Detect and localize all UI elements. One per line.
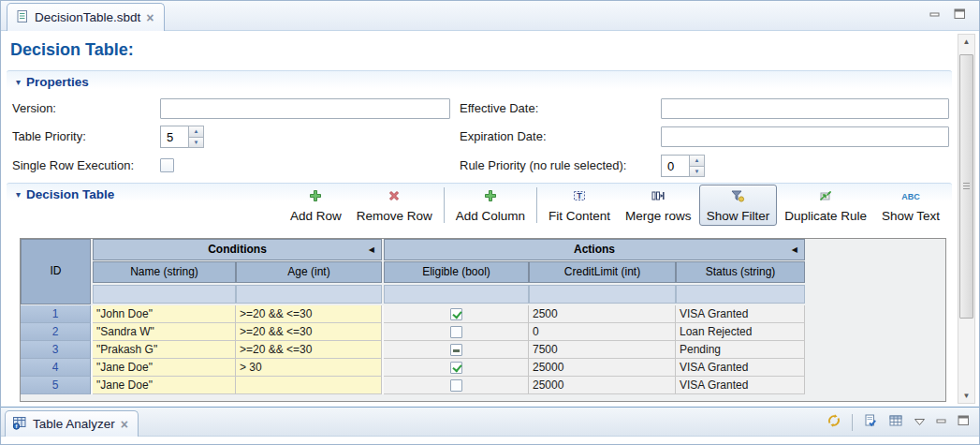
spin-up-icon[interactable]: ▲ <box>689 155 705 167</box>
eligible-checkbox[interactable] <box>450 379 462 392</box>
cell-name[interactable]: "John Doe" <box>93 305 236 323</box>
cell-age[interactable]: >=20 && <=30 <box>236 341 382 359</box>
properties-section-header: ▾ Properties <box>7 70 952 91</box>
duplicate-rule-button[interactable]: Duplicate Rule <box>777 185 874 226</box>
collapse-group-icon[interactable]: ◀ <box>369 240 374 260</box>
cell-eligible[interactable] <box>384 305 529 323</box>
show-filter-button[interactable]: Show Filter <box>699 185 778 226</box>
filter-cell-eligible[interactable] <box>384 285 529 304</box>
eligible-checkbox[interactable] <box>450 308 462 320</box>
column-header-age[interactable]: Age (int) <box>236 261 382 283</box>
eligible-checkbox[interactable] <box>450 344 462 356</box>
add-row-button[interactable]: Add Row <box>283 185 349 226</box>
cell-status[interactable]: VISA Granted <box>676 305 805 323</box>
rule-priority-value[interactable] <box>661 155 689 177</box>
effective-date-input[interactable] <box>661 98 949 119</box>
collapse-group-icon[interactable]: ◀ <box>792 240 797 260</box>
scrollbar-thumb[interactable] <box>959 54 973 319</box>
validate-table-icon[interactable] <box>863 413 878 431</box>
expiration-date-label: Expiration Date: <box>460 126 547 147</box>
column-header-name[interactable]: Name (string) <box>93 261 236 283</box>
table-analyzer-icon: f <box>12 415 27 433</box>
minimize-icon[interactable] <box>929 8 941 22</box>
column-header-status[interactable]: Status (string) <box>676 261 805 283</box>
row-id[interactable]: 3 <box>21 341 91 359</box>
row-id[interactable]: 2 <box>21 323 91 341</box>
table-priority-value[interactable] <box>160 126 188 148</box>
add-column-button[interactable]: Add Column <box>448 185 533 226</box>
cell-age[interactable]: >=20 && <=30 <box>236 323 382 341</box>
bottom-tab-bar: f Table Analyzer × <box>1 408 980 437</box>
filter-cell-name[interactable] <box>93 285 236 304</box>
cell-name[interactable]: "Sandra W" <box>93 323 236 341</box>
cell-age[interactable]: >=20 && <=30 <box>236 305 382 323</box>
fit-content-button[interactable]: T Fit Content <box>541 185 618 226</box>
cell-name[interactable]: "Jane Doe" <box>93 359 236 377</box>
row-id[interactable]: 5 <box>21 377 91 394</box>
version-input[interactable] <box>160 98 450 119</box>
cell-name[interactable]: "Prakash G" <box>93 341 236 359</box>
expiration-date-input[interactable] <box>661 126 949 147</box>
single-row-execution-checkbox[interactable] <box>160 158 174 172</box>
close-icon[interactable]: × <box>121 418 128 431</box>
synchronize-icon[interactable] <box>826 413 841 431</box>
column-header-id[interactable]: ID <box>21 239 91 304</box>
cell-creditlimit[interactable]: 25000 <box>529 359 676 377</box>
decision-table-section-title: Decision Table <box>26 187 114 201</box>
maximize-icon[interactable] <box>954 8 966 22</box>
merge-rows-button[interactable]: Merge rows <box>618 185 699 226</box>
filter-cell-age[interactable] <box>236 285 382 304</box>
icon-separator <box>852 414 853 431</box>
cell-eligible[interactable] <box>384 341 529 359</box>
editor-tab-bar: DecisionTable.sbdt × <box>1 1 979 31</box>
column-header-creditlimit[interactable]: CreditLimit (int) <box>529 261 676 283</box>
cell-age[interactable]: > 30 <box>236 359 382 377</box>
cell-creditlimit[interactable]: 7500 <box>529 341 676 359</box>
column-header-eligible[interactable]: Eligible (bool) <box>384 261 529 283</box>
eligible-checkbox[interactable] <box>450 362 462 374</box>
cell-age[interactable] <box>236 377 382 394</box>
cell-status[interactable]: Loan Rejected <box>676 323 805 341</box>
vertical-scrollbar[interactable]: ▲ ▼ <box>958 34 975 404</box>
cell-name[interactable]: "Jane Doe" <box>93 377 236 394</box>
table-row: 1 "John Doe" >=20 && <=30 2500 VISA Gran… <box>21 305 805 323</box>
table-row: 3 "Prakash G" >=20 && <=30 7500 Pending <box>21 341 805 359</box>
row-id[interactable]: 4 <box>21 359 91 377</box>
editor-tab-decisiontable[interactable]: DecisionTable.sbdt × <box>7 3 165 31</box>
table-view-icon[interactable] <box>888 413 903 431</box>
cell-status[interactable]: Pending <box>676 341 805 359</box>
group-header-actions[interactable]: Actions ◀ <box>384 239 805 260</box>
effective-date-label: Effective Date: <box>460 98 538 119</box>
cell-eligible[interactable] <box>384 359 529 377</box>
maximize-icon[interactable] <box>958 415 970 429</box>
cell-creditlimit[interactable]: 2500 <box>529 305 676 323</box>
filter-cell-status[interactable] <box>676 285 805 304</box>
group-header-conditions[interactable]: Conditions ◀ <box>93 239 382 260</box>
scroll-down-icon[interactable]: ▼ <box>958 389 974 403</box>
rule-priority-spinner[interactable]: ▲ ▼ <box>661 155 705 177</box>
minimize-icon[interactable] <box>936 415 947 429</box>
cell-creditlimit[interactable]: 0 <box>529 323 676 341</box>
spin-down-icon[interactable]: ▼ <box>689 167 705 178</box>
remove-row-button[interactable]: Remove Row <box>349 185 440 226</box>
spin-down-icon[interactable]: ▼ <box>188 138 204 149</box>
filter-cell-creditlimit[interactable] <box>529 285 676 304</box>
scrollbar-grip <box>963 183 970 191</box>
cell-status[interactable]: VISA Granted <box>676 359 805 377</box>
row-id[interactable]: 1 <box>21 305 91 323</box>
table-analyzer-tab[interactable]: f Table Analyzer × <box>5 410 139 437</box>
close-icon[interactable]: × <box>146 11 154 24</box>
show-text-button[interactable]: ABC Show Text <box>874 185 947 226</box>
cell-eligible[interactable] <box>384 323 529 341</box>
spin-up-icon[interactable]: ▲ <box>188 126 204 138</box>
view-menu-chevron-icon[interactable] <box>914 415 926 429</box>
cell-status[interactable]: VISA Granted <box>676 377 805 394</box>
collapse-decision-table-icon[interactable]: ▾ <box>16 189 21 200</box>
table-priority-spinner[interactable]: ▲ ▼ <box>160 126 204 148</box>
svg-text:T: T <box>577 191 582 200</box>
scroll-up-icon[interactable]: ▲ <box>958 35 974 49</box>
eligible-checkbox[interactable] <box>450 326 462 338</box>
cell-creditlimit[interactable]: 25000 <box>529 377 676 394</box>
cell-eligible[interactable] <box>384 377 529 394</box>
collapse-properties-icon[interactable]: ▾ <box>16 77 21 87</box>
